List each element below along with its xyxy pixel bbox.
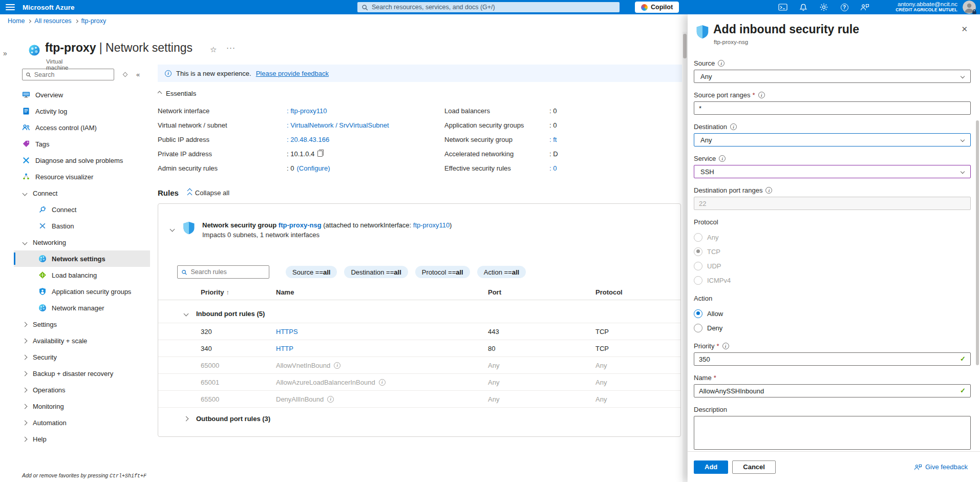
outbound-rules-group[interactable]: Outbound port rules (3) xyxy=(158,407,680,430)
visualizer-icon xyxy=(22,173,30,181)
sidebar-group-automation[interactable]: Automation xyxy=(11,414,150,431)
sidebar-group-settings[interactable]: Settings xyxy=(11,316,150,332)
table-row-denyallinbound[interactable]: 65500 DenyAllInBoundi Any Any xyxy=(158,390,680,407)
sidebar-group-availability-scale[interactable]: Availability + scale xyxy=(11,332,150,349)
table-row-allowvnetinbound[interactable]: 65000 AllowVnetInBoundi Any Any xyxy=(158,357,680,373)
column-protocol[interactable]: Protocol xyxy=(595,288,680,296)
sidebar-group-connect[interactable]: Connect xyxy=(11,185,150,201)
sidebar-group-operations[interactable]: Operations xyxy=(11,382,150,398)
settings-gear-icon[interactable] xyxy=(819,3,828,12)
breadcrumb-home[interactable]: Home xyxy=(8,17,25,25)
hamburger-menu-icon[interactable] xyxy=(0,0,20,14)
breadcrumb-all-resources[interactable]: All resources xyxy=(34,17,71,25)
collapse-all-button[interactable]: Collapse all xyxy=(188,189,229,197)
sidebar-group-help[interactable]: Help xyxy=(11,431,150,447)
table-row-http[interactable]: 340 HTTP 80 TCP xyxy=(158,340,680,357)
sidebar-group-security[interactable]: Security xyxy=(11,349,150,365)
close-icon[interactable]: ✕ xyxy=(961,25,968,34)
filter-pill-destination[interactable]: Destination == all xyxy=(344,266,408,278)
more-options-icon[interactable]: ··· xyxy=(226,43,236,52)
sidebar-group-monitoring[interactable]: Monitoring xyxy=(11,398,150,414)
destination-label: Destination xyxy=(694,123,727,131)
notifications-bell-icon[interactable] xyxy=(799,3,808,12)
column-port[interactable]: Port xyxy=(488,288,595,296)
priority-input[interactable] xyxy=(694,352,971,366)
destination-select[interactable]: Any xyxy=(694,133,971,146)
rule-name-link[interactable]: HTTPS xyxy=(276,328,298,336)
service-select[interactable]: SSH xyxy=(694,165,971,178)
favorite-star-icon[interactable]: ☆ xyxy=(210,45,217,54)
table-row-https[interactable]: 320 HTTPS 443 TCP xyxy=(158,323,680,340)
sidebar-item-load-balancing[interactable]: Load balancing xyxy=(11,267,150,283)
action-option-allow[interactable]: Allow xyxy=(694,306,971,321)
sidebar-item-overview[interactable]: Overview xyxy=(11,87,150,103)
info-icon: i xyxy=(327,396,334,403)
sidebar-item-connect[interactable]: Connect xyxy=(11,201,150,218)
globe-icon xyxy=(38,255,47,263)
brand-title: Microsoft Azure xyxy=(23,4,75,11)
filter-pill-action[interactable]: Action == all xyxy=(477,266,526,278)
breadcrumb-ftp-proxy[interactable]: ftp-proxy xyxy=(81,17,106,25)
table-row-allowazureloadbalancerinbound[interactable]: 65001 AllowAzureLoadBalancerInBoundi Any… xyxy=(158,373,680,390)
network-interface-link[interactable]: ftp-proxy110 xyxy=(287,107,327,115)
essentials-grid: Network interface ftp-proxy110 Virtual n… xyxy=(158,103,682,175)
public-ip-link[interactable]: 20.48.43.166 xyxy=(287,136,329,143)
chevron-down-icon[interactable] xyxy=(170,227,175,232)
rules-search-field[interactable] xyxy=(191,268,265,276)
configure-link[interactable]: (Configure) xyxy=(296,164,330,172)
copilot-button[interactable]: Copilot xyxy=(635,2,679,13)
main-scrollbar[interactable] xyxy=(683,32,687,482)
cloud-shell-icon[interactable] xyxy=(778,3,787,12)
feedback-icon[interactable] xyxy=(860,3,869,12)
bastion-icon xyxy=(38,222,47,230)
search-icon xyxy=(26,72,31,78)
source-port-ranges-label: Source port ranges xyxy=(694,91,751,99)
effective-rules-link[interactable]: 0 xyxy=(549,164,557,172)
column-priority[interactable]: Priority↑ xyxy=(158,288,276,296)
monitor-icon xyxy=(22,91,30,99)
sidebar-item-bastion[interactable]: Bastion xyxy=(11,218,150,234)
filter-pill-source[interactable]: Source == all xyxy=(286,266,337,278)
sidebar-item-network-settings[interactable]: Network settings xyxy=(14,250,150,267)
source-select[interactable]: Any xyxy=(694,70,971,83)
sidebar-item-tags[interactable]: Tags xyxy=(11,136,150,152)
action-label: Action xyxy=(694,295,971,302)
name-input[interactable] xyxy=(694,384,971,397)
description-textarea[interactable] xyxy=(694,416,971,450)
filter-pill-protocol[interactable]: Protocol == all xyxy=(415,266,470,278)
copy-icon[interactable] xyxy=(317,151,323,157)
add-button[interactable]: Add xyxy=(694,460,728,474)
banner-feedback-link[interactable]: Please provide feedback xyxy=(256,70,329,77)
cancel-button[interactable]: Cancel xyxy=(732,460,776,474)
nsg-name-link[interactable]: ftp-proxy-nsg xyxy=(279,221,322,229)
nic-link[interactable]: ftp-proxy110 xyxy=(413,221,450,229)
pin-toggle-icon[interactable] xyxy=(123,72,128,77)
sidebar-group-networking[interactable]: Networking xyxy=(11,234,150,250)
account-info[interactable]: antony.abbate@ncit.nc CRÉDIT AGRICOLE MU… xyxy=(896,1,957,13)
source-port-ranges-input[interactable] xyxy=(694,101,971,115)
sidebar-item-resource-visualizer[interactable]: Resource visualizer xyxy=(11,169,150,185)
sidebar-item-diagnose[interactable]: Diagnose and solve problems xyxy=(11,152,150,169)
essentials-header[interactable]: Essentials xyxy=(158,90,682,97)
sidebar-item-application-security-groups[interactable]: Application security groups xyxy=(11,283,150,300)
give-feedback-link[interactable]: Give feedback xyxy=(914,463,968,471)
expand-rail-button[interactable]: » xyxy=(3,49,7,57)
column-name[interactable]: Name xyxy=(276,288,488,296)
inbound-rules-group[interactable]: Inbound port rules (5) xyxy=(158,304,680,323)
global-search-input[interactable]: Search resources, services, and docs (G+… xyxy=(357,2,620,12)
rule-name-link[interactable]: HTTP xyxy=(276,345,293,352)
rules-search-input[interactable] xyxy=(177,265,269,279)
avatar[interactable] xyxy=(963,1,976,14)
essentials-row-accelerated-networking: Accelerated networking D xyxy=(444,146,682,161)
sidebar-item-activity-log[interactable]: Activity log xyxy=(11,103,150,119)
sidebar-search-field[interactable] xyxy=(34,71,111,78)
nsg-link[interactable]: ft xyxy=(549,136,557,143)
collapse-menu-button[interactable]: « xyxy=(136,71,140,78)
sidebar-item-network-manager[interactable]: Network manager xyxy=(11,300,150,316)
vnet-subnet-link[interactable]: VirtualNetwork / SrvVirtualSubnet xyxy=(287,121,389,129)
panel-scrollbar[interactable] xyxy=(976,120,979,365)
action-option-deny[interactable]: Deny xyxy=(694,321,971,335)
sidebar-group-backup[interactable]: Backup + disaster recovery xyxy=(11,365,150,382)
sidebar-item-access-control[interactable]: Access control (IAM) xyxy=(11,119,150,136)
help-icon[interactable]: ? xyxy=(840,3,849,12)
